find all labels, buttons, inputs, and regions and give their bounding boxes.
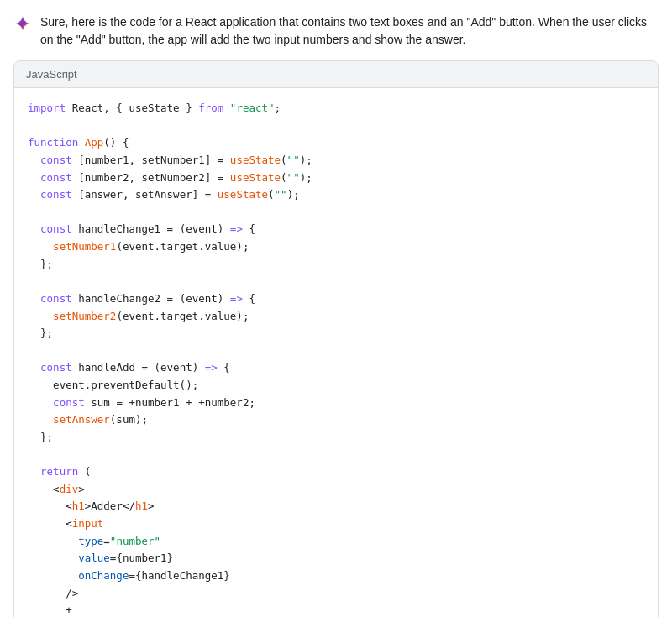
gemini-icon: [13, 14, 32, 33]
code-block: JavaScript import React, { useState } fr…: [13, 60, 659, 617]
intro-row: Sure, here is the code for a React appli…: [13, 13, 659, 49]
code-content: import React, { useState } from "react";…: [28, 100, 644, 617]
code-header: JavaScript: [14, 61, 658, 88]
language-label: JavaScript: [26, 68, 77, 81]
code-body: import React, { useState } from "react";…: [14, 88, 658, 617]
intro-text: Sure, here is the code for a React appli…: [40, 13, 659, 49]
